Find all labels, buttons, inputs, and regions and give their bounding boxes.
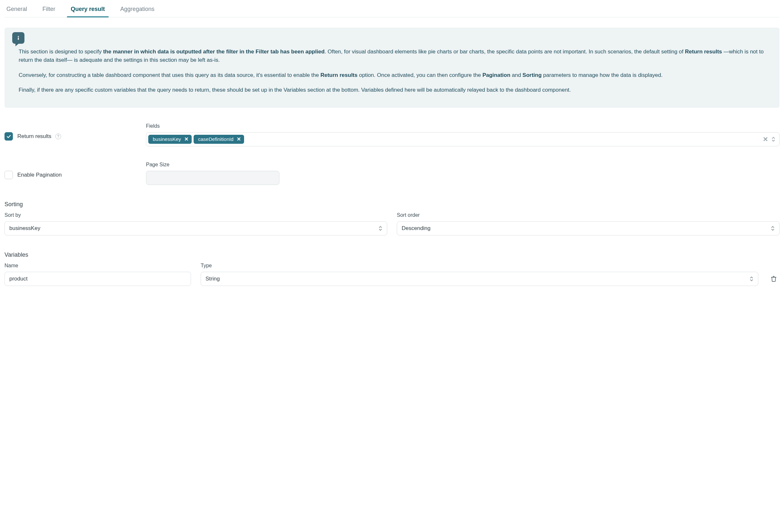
help-icon[interactable]: ? [55, 134, 61, 139]
variables-title: Variables [4, 252, 780, 258]
tab-filter[interactable]: Filter [42, 4, 56, 17]
delete-variable-button[interactable] [768, 272, 780, 286]
return-results-label: Return results [17, 133, 52, 140]
chevron-updown-icon [379, 225, 382, 231]
callout-p2: Conversely, for constructing a table das… [19, 71, 770, 80]
enable-pagination-label: Enable Pagination [17, 172, 62, 178]
fields-tag-input[interactable]: businessKey ✕ caseDefinitionId ✕ ✕ [146, 132, 780, 146]
tabs-bar: General Filter Query result Aggregations [4, 4, 780, 17]
remove-tag-icon[interactable]: ✕ [184, 136, 189, 142]
sorting-title: Sorting [4, 201, 780, 208]
tab-aggregations[interactable]: Aggregations [120, 4, 155, 17]
tab-general[interactable]: General [6, 4, 28, 17]
fields-label: Fields [146, 123, 780, 129]
callout-p3: Finally, if there are any specific custo… [19, 86, 770, 94]
svg-point-0 [18, 36, 19, 37]
variable-type-select[interactable]: String [201, 272, 758, 286]
info-icon [12, 32, 24, 44]
variable-name-input[interactable]: product [4, 272, 191, 286]
callout-p1: This section is designed to specify the … [19, 48, 770, 65]
field-tag-businesskey: businessKey ✕ [148, 135, 192, 144]
remove-tag-icon[interactable]: ✕ [237, 136, 241, 142]
tab-query-result[interactable]: Query result [70, 4, 106, 17]
clear-all-tags-icon[interactable]: ✕ [763, 135, 768, 143]
variable-type-label: Type [201, 263, 758, 269]
page-size-label: Page Size [146, 162, 780, 168]
sort-order-label: Sort order [397, 212, 780, 218]
chevron-updown-icon [771, 225, 775, 231]
page-size-input [146, 171, 279, 185]
svg-rect-1 [18, 38, 19, 40]
sort-order-select[interactable]: Descending [397, 221, 780, 235]
sort-by-select[interactable]: businessKey [4, 221, 387, 235]
return-results-checkbox[interactable] [4, 132, 13, 141]
info-callout: This section is designed to specify the … [4, 28, 780, 108]
field-tag-casedefinitionid: caseDefinitionId ✕ [194, 135, 244, 144]
sort-by-label: Sort by [4, 212, 387, 218]
chevron-updown-icon [750, 276, 753, 282]
variable-name-label: Name [4, 263, 191, 269]
chevron-updown-icon[interactable] [772, 136, 775, 142]
enable-pagination-checkbox[interactable] [4, 171, 13, 179]
